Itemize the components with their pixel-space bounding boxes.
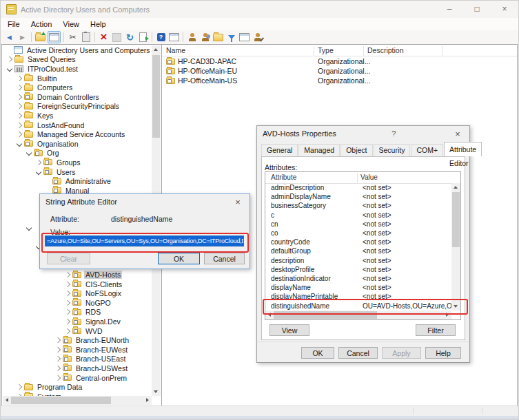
tree-item-org[interactable]: Org xyxy=(2,149,152,158)
tree-item-organisation[interactable]: Organisation xyxy=(2,139,152,149)
chevron-right-icon[interactable] xyxy=(17,132,22,137)
attribute-row-businesscategory[interactable]: businessCategory<not set> xyxy=(265,201,451,210)
property-sheet-icon[interactable] xyxy=(168,32,180,43)
column-divider[interactable] xyxy=(442,46,442,56)
tree-item-branch-euwest[interactable]: Branch-EUWest xyxy=(2,345,152,355)
console-window-icon[interactable] xyxy=(238,32,250,43)
chevron-right-icon[interactable] xyxy=(55,366,61,371)
tab-attribute-editor[interactable]: Attribute Editor xyxy=(444,142,482,156)
tab-com-[interactable]: COM+ xyxy=(411,144,443,156)
tab-security[interactable]: Security xyxy=(374,144,411,156)
tree-item-avd-hosts[interactable]: AVD-Hosts xyxy=(2,270,152,280)
cut-icon[interactable] xyxy=(67,32,79,43)
cancel-button[interactable]: Cancel xyxy=(338,347,378,359)
tree-item-managed-service-accounts[interactable]: Managed Service Accounts xyxy=(2,129,152,139)
chevron-right-icon[interactable] xyxy=(55,356,61,361)
refresh-icon[interactable] xyxy=(124,32,136,43)
attribute-row-destinationindicator[interactable]: destinationIndicator<not set> xyxy=(265,274,451,283)
attribute-row-description[interactable]: description<not set> xyxy=(265,256,451,265)
scroll-left-icon[interactable] xyxy=(268,313,271,317)
minimize-button[interactable]: – xyxy=(436,1,463,18)
chevron-right-icon[interactable] xyxy=(7,56,12,62)
menu-view[interactable]: View xyxy=(57,20,85,28)
tree-item-signal-dev[interactable]: Signal.Dev xyxy=(2,317,152,326)
tree-item-itprocloud-test[interactable]: ITProCloud.test xyxy=(2,64,152,74)
tab-object[interactable]: Object xyxy=(340,144,372,156)
delegate-control-icon[interactable] xyxy=(252,32,263,43)
up-one-level-icon[interactable] xyxy=(34,32,46,43)
tree-item-nogpo[interactable]: NoGPO xyxy=(2,298,152,308)
scrollbar-thumb[interactable] xyxy=(152,55,160,138)
grid-horizontal-scrollbar[interactable] xyxy=(265,311,451,319)
chevron-right-icon[interactable] xyxy=(55,375,61,380)
chevron-down-icon[interactable] xyxy=(26,150,32,156)
scrollbar-thumb[interactable] xyxy=(11,397,111,404)
paste-icon[interactable] xyxy=(80,32,92,43)
grid-column-attribute[interactable]: Attribute xyxy=(271,174,296,181)
help-button[interactable]: Help xyxy=(425,347,461,359)
chevron-right-icon[interactable] xyxy=(17,122,22,127)
attribute-row-displayname[interactable]: displayName<not set> xyxy=(265,283,451,292)
grid-vertical-scrollbar[interactable] xyxy=(451,183,460,311)
tree-item-program-data[interactable]: Program Data xyxy=(2,382,152,392)
attribute-row-admindisplayname[interactable]: adminDisplayName<not set> xyxy=(265,192,451,201)
close-button[interactable]: × xyxy=(491,1,518,18)
maximize-button[interactable]: □ xyxy=(463,1,491,18)
filter-button[interactable]: Filter xyxy=(416,324,456,336)
show-console-tree-icon[interactable] xyxy=(48,31,61,43)
view-button[interactable]: View xyxy=(269,324,309,336)
tree-item-domain-controllers[interactable]: Domain Controllers xyxy=(2,92,152,102)
attribute-row-cn[interactable]: cn<not set> xyxy=(265,220,451,229)
tree-item-branch-uswest[interactable]: Branch-USWest xyxy=(2,364,152,373)
tree-item-active-directory-users-and-computers-ads01-iti[interactable]: Active Directory Users and Computers [AD… xyxy=(2,45,152,55)
chevron-right-icon[interactable] xyxy=(55,347,61,353)
dialog-help-icon[interactable]: ? xyxy=(385,129,403,138)
column-description[interactable]: Description xyxy=(367,46,404,54)
attributes-grid[interactable]: Attribute Value adminDescription<not set… xyxy=(265,171,461,320)
attribute-row-displaynameprintable[interactable]: displayNamePrintable<not set> xyxy=(265,292,451,301)
properties-icon[interactable] xyxy=(111,32,123,43)
column-divider[interactable] xyxy=(363,46,364,56)
chevron-right-icon[interactable] xyxy=(17,384,22,390)
attribute-row-countrycode[interactable]: countryCode<not set> xyxy=(265,238,451,246)
column-name[interactable]: Name xyxy=(166,46,185,54)
tree-item-lostandfound[interactable]: LostAndFound xyxy=(2,120,152,130)
chevron-right-icon[interactable] xyxy=(17,75,22,81)
tree-item-wvd[interactable]: WVD xyxy=(2,326,152,336)
chevron-right-icon[interactable] xyxy=(17,113,22,118)
chevron-right-icon[interactable] xyxy=(36,160,41,165)
grid-column-value[interactable]: Value xyxy=(360,174,378,181)
menu-help[interactable]: Help xyxy=(85,20,112,28)
attribute-row-distinguishedname[interactable]: distinguishedNameOU=AVD-Hosts,OU=Azure,O… xyxy=(265,301,451,310)
string-editor-titlebar[interactable]: String Attribute Editor × xyxy=(40,194,250,209)
chevron-down-icon[interactable] xyxy=(36,169,41,174)
tree-item-administrative[interactable]: Administrative xyxy=(2,176,152,186)
new-ou-icon[interactable] xyxy=(212,32,224,43)
back-icon[interactable] xyxy=(3,32,15,43)
attribute-row-desktopprofile[interactable]: desktopProfile<not set> xyxy=(265,265,451,274)
column-divider[interactable] xyxy=(314,46,314,56)
tree-item-foreignsecurityprincipals[interactable]: ForeignSecurityPrincipals xyxy=(2,102,152,112)
column-divider[interactable] xyxy=(357,174,358,183)
filter-icon[interactable] xyxy=(225,32,237,43)
chevron-right-icon[interactable] xyxy=(17,103,22,109)
scroll-up-icon[interactable] xyxy=(454,186,458,189)
dialog-close-icon[interactable]: × xyxy=(232,197,244,207)
list-item-hp-cad3d-apac[interactable]: HP-CAD3D-APACOrganizational... xyxy=(162,56,517,66)
chevron-down-icon[interactable] xyxy=(26,225,32,231)
tree-item-branch-useast[interactable]: Branch-USEast xyxy=(2,355,152,364)
tree-horizontal-scrollbar[interactable] xyxy=(3,396,152,405)
chevron-right-icon[interactable] xyxy=(17,85,22,90)
tree-item-computers[interactable]: Computers xyxy=(2,83,152,92)
help-icon[interactable]: ? xyxy=(155,32,167,43)
scroll-left-icon[interactable] xyxy=(6,398,8,402)
scroll-right-icon[interactable] xyxy=(446,313,449,317)
chevron-right-icon[interactable] xyxy=(65,281,70,286)
chevron-down-icon[interactable] xyxy=(17,140,22,146)
scroll-up-icon[interactable] xyxy=(154,48,158,51)
tree-item-groups[interactable]: Groups xyxy=(2,158,152,167)
tree-item-nofslogix[interactable]: NoFSLogix xyxy=(2,288,152,298)
dialog-close-icon[interactable]: × xyxy=(451,129,464,139)
ok-button[interactable]: OK xyxy=(301,347,334,359)
tree-item-rds[interactable]: RDS xyxy=(2,308,152,317)
